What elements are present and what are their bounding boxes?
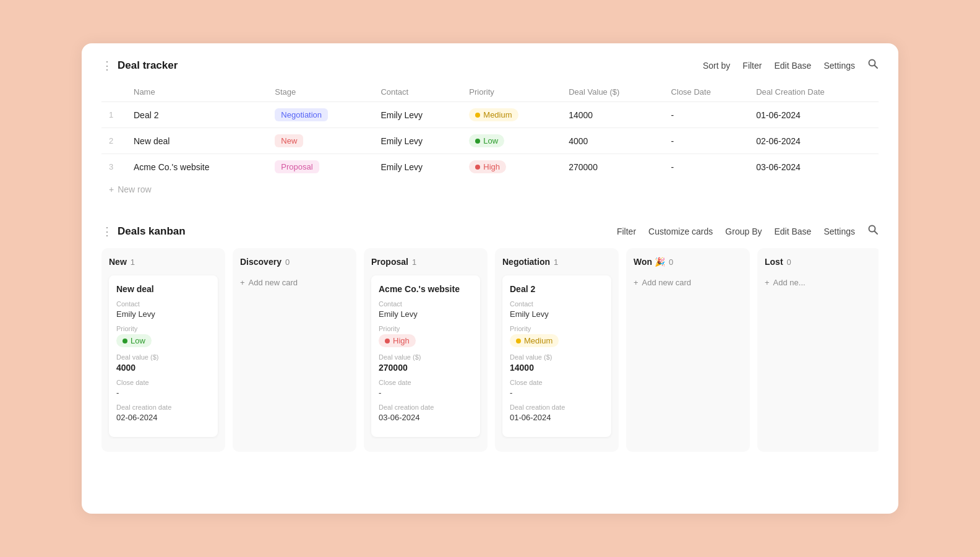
deal-tracker-header: ⋮ Deal tracker Sort by Filter Edit Base …: [101, 58, 879, 72]
plus-icon: +: [109, 184, 114, 194]
priority-dot: [475, 139, 480, 144]
card-creation-value: 02-06-2024: [116, 413, 210, 422]
row-creation-date: 02-06-2024: [749, 128, 879, 154]
card-title: Deal 2: [510, 284, 604, 294]
row-stage: Negotiation: [267, 102, 373, 128]
card-priority-badge[interactable]: High: [379, 334, 416, 347]
column-count: 1: [554, 257, 558, 267]
column-title: Negotiation: [502, 257, 550, 267]
card-priority-dot: [385, 339, 390, 343]
row-deal-value: 14000: [561, 102, 663, 128]
row-name: Deal 2: [126, 102, 267, 128]
column-title: Won 🎉: [634, 257, 665, 267]
deals-kanban-title-group: ⋮ Deals kanban: [101, 225, 186, 238]
col-name: Name: [126, 82, 267, 102]
column-count: 1: [412, 257, 416, 267]
row-deal-value: 4000: [561, 128, 663, 154]
priority-dot: [475, 113, 480, 118]
card-deal-value: 270000: [379, 363, 473, 373]
row-contact: Emily Levy: [373, 102, 462, 128]
card-close-date-label: Close date: [379, 379, 473, 386]
kanban-column-proposal: Proposal 1 Acme Co.'s website Contact Em…: [364, 248, 488, 452]
row-stage: Proposal: [267, 154, 373, 180]
card-priority-dot: [516, 339, 521, 343]
row-creation-date: 03-06-2024: [749, 154, 879, 180]
column-count: 0: [669, 257, 673, 267]
row-contact: Emily Levy: [373, 128, 462, 154]
card-creation-label: Deal creation date: [116, 404, 210, 411]
card-deal-value-label: Deal value ($): [379, 353, 473, 361]
priority-badge[interactable]: High: [469, 160, 506, 173]
row-creation-date: 01-06-2024: [749, 102, 879, 128]
card-deal-value-label: Deal value ($): [510, 353, 604, 361]
column-header: Proposal 1: [371, 257, 480, 267]
kanban-card: New deal Contact Emily Levy Priority Low…: [109, 275, 218, 437]
add-new-card-button[interactable]: + Add new card: [240, 275, 298, 290]
row-contact: Emily Levy: [373, 154, 462, 180]
search-icon-button[interactable]: [867, 58, 879, 72]
row-num: 2: [101, 128, 126, 154]
stage-badge[interactable]: Proposal: [275, 160, 319, 173]
kanban-search-icon-button[interactable]: [867, 224, 879, 238]
card-priority-badge[interactable]: Medium: [510, 334, 559, 347]
card-title: Acme Co.'s website: [379, 284, 473, 294]
row-priority: Low: [462, 128, 561, 154]
card-title: New deal: [116, 284, 210, 294]
card-priority-badge[interactable]: Low: [116, 334, 152, 347]
column-title: Lost: [765, 257, 783, 267]
deals-kanban-section: ⋮ Deals kanban Filter Customize cards Gr…: [101, 224, 879, 457]
filter-button[interactable]: Filter: [742, 61, 762, 71]
card-priority-label: Priority: [510, 325, 604, 332]
col-creation-date: Deal Creation Date: [749, 82, 879, 102]
card-creation-value: 03-06-2024: [379, 413, 473, 422]
column-title: Proposal: [371, 257, 408, 267]
plus-icon: +: [765, 278, 770, 287]
plus-icon: +: [240, 278, 245, 287]
stage-badge[interactable]: Negotiation: [275, 108, 328, 121]
deal-tracker-title-group: ⋮ Deal tracker: [101, 59, 178, 72]
card-close-date-value: -: [116, 388, 210, 397]
row-close-date: -: [664, 128, 749, 154]
new-row-button[interactable]: + New row: [101, 179, 159, 199]
kanban-edit-base-button[interactable]: Edit Base: [774, 227, 811, 236]
deals-kanban-title: Deals kanban: [118, 225, 186, 238]
kanban-card: Acme Co.'s website Contact Emily Levy Pr…: [371, 275, 480, 437]
priority-badge[interactable]: Low: [469, 134, 504, 147]
card-creation-label: Deal creation date: [510, 404, 604, 411]
deals-kanban-menu-icon[interactable]: ⋮: [101, 225, 113, 238]
kanban-filter-button[interactable]: Filter: [617, 227, 636, 236]
settings-button[interactable]: Settings: [823, 61, 855, 71]
priority-dot: [475, 165, 480, 170]
card-priority-label: Priority: [379, 325, 473, 332]
svg-line-1: [875, 66, 878, 69]
card-close-date-label: Close date: [116, 379, 210, 386]
col-close-date: Close Date: [664, 82, 749, 102]
row-deal-value: 270000: [561, 154, 663, 180]
add-new-card-button[interactable]: + Add ne...: [765, 275, 806, 290]
col-priority: Priority: [462, 82, 561, 102]
card-creation-value: 01-06-2024: [510, 413, 604, 422]
add-new-card-button[interactable]: + Add new card: [634, 275, 691, 290]
row-num: 3: [101, 154, 126, 180]
plus-icon: +: [634, 278, 638, 287]
group-by-button[interactable]: Group By: [725, 227, 762, 236]
customize-cards-button[interactable]: Customize cards: [648, 227, 713, 236]
col-contact: Contact: [373, 82, 462, 102]
svg-line-3: [875, 231, 878, 235]
stage-badge[interactable]: New: [275, 134, 303, 147]
column-title: Discovery: [240, 257, 282, 267]
column-header: Lost 0: [765, 257, 874, 267]
col-deal-value: Deal Value ($): [561, 82, 663, 102]
priority-badge[interactable]: Medium: [469, 108, 518, 121]
edit-base-button[interactable]: Edit Base: [774, 61, 811, 71]
column-count: 0: [787, 257, 791, 267]
card-contact-value: Emily Levy: [510, 309, 604, 319]
kanban-actions: Filter Customize cards Group By Edit Bas…: [617, 224, 879, 238]
deal-tracker-section: ⋮ Deal tracker Sort by Filter Edit Base …: [101, 58, 879, 199]
sort-by-button[interactable]: Sort by: [703, 61, 730, 71]
col-stage: Stage: [267, 82, 373, 102]
kanban-settings-button[interactable]: Settings: [823, 227, 855, 236]
card-deal-value: 4000: [116, 363, 210, 373]
table-row: 1 Deal 2 Negotiation Emily Levy Medium 1…: [101, 102, 879, 128]
deal-tracker-menu-icon[interactable]: ⋮: [101, 59, 113, 72]
